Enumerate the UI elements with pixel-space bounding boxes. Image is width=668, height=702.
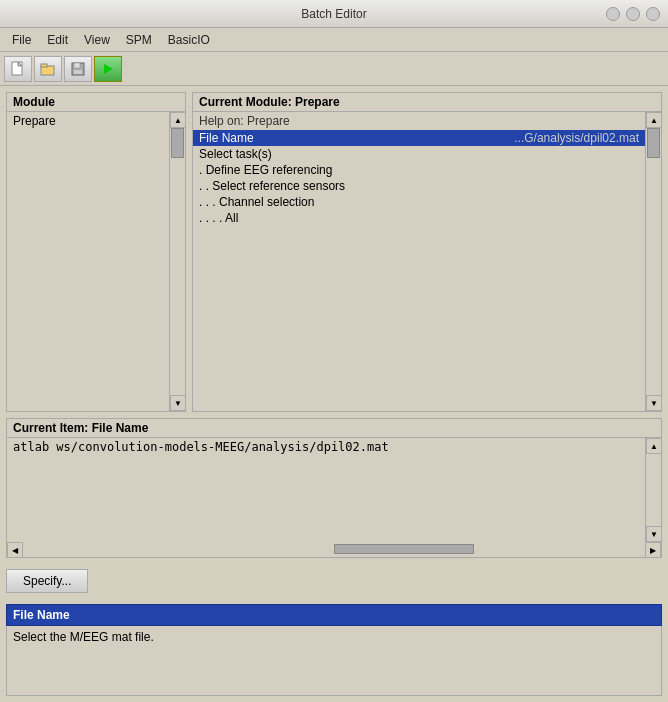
bottom-section: File Name Select the M/EEG mat file.: [6, 604, 662, 696]
ci-vscroll-down[interactable]: ▼: [646, 526, 662, 542]
ci-hscroll-right[interactable]: ▶: [645, 542, 661, 558]
menu-edit[interactable]: Edit: [39, 31, 76, 49]
minimize-button[interactable]: [606, 7, 620, 21]
vscroll-track: [170, 128, 185, 395]
svg-rect-5: [74, 63, 80, 68]
module-panel-vscroll[interactable]: ▲ ▼: [169, 112, 185, 411]
cm-row-select-ref[interactable]: . . Select reference sensors: [193, 178, 645, 194]
window-controls: [606, 7, 660, 21]
cm-row-channel[interactable]: . . . Channel selection: [193, 194, 645, 210]
ci-vscroll-track: [646, 454, 661, 526]
current-item-inner: atlab ws/convolution-models-MEEG/analysi…: [7, 438, 645, 542]
svg-marker-7: [104, 64, 113, 74]
cm-row-all[interactable]: . . . . All: [193, 210, 645, 226]
module-panel-content[interactable]: Prepare ▲ ▼: [6, 111, 186, 412]
current-module-content[interactable]: Help on: Prepare File Name ...G/analysis…: [192, 111, 662, 412]
ci-hscroll-thumb[interactable]: [334, 544, 474, 554]
current-item-header: Current Item: File Name: [6, 418, 662, 437]
specify-row: Specify...: [6, 564, 662, 598]
close-button[interactable]: [646, 7, 660, 21]
cm-help-text: Help on: Prepare: [193, 112, 645, 130]
run-button[interactable]: [94, 56, 122, 82]
module-list: Prepare: [7, 112, 169, 411]
vscroll-up-arrow[interactable]: ▲: [170, 112, 186, 128]
save-button[interactable]: [64, 56, 92, 82]
menu-bar: File Edit View SPM BasicIO: [0, 28, 668, 52]
cm-row-define-eeg[interactable]: . Define EEG referencing: [193, 162, 645, 178]
cm-panel-vscroll[interactable]: ▲ ▼: [645, 112, 661, 411]
module-panel-header: Module: [6, 92, 186, 111]
title-bar: Batch Editor: [0, 0, 668, 28]
cm-vscroll-thumb[interactable]: [647, 128, 660, 158]
menu-spm[interactable]: SPM: [118, 31, 160, 49]
menu-basicio[interactable]: BasicIO: [160, 31, 218, 49]
module-item-prepare[interactable]: Prepare: [7, 112, 169, 130]
maximize-button[interactable]: [626, 7, 640, 21]
module-panel: Module Prepare ▲ ▼: [6, 92, 186, 412]
current-module-panel: Current Module: Prepare Help on: Prepare…: [192, 92, 662, 412]
open-button[interactable]: [34, 56, 62, 82]
menu-file[interactable]: File: [4, 31, 39, 49]
ci-hscroll-left[interactable]: ◀: [7, 542, 23, 558]
specify-button[interactable]: Specify...: [6, 569, 88, 593]
cm-row-filename[interactable]: File Name ...G/analysis/dpil02.mat: [193, 130, 645, 146]
cm-vscroll-down-arrow[interactable]: ▼: [646, 395, 662, 411]
bottom-panel-content: Select the M/EEG mat file.: [6, 626, 662, 696]
new-button[interactable]: [4, 56, 32, 82]
window-title: Batch Editor: [301, 7, 366, 21]
ci-vscroll[interactable]: ▲ ▼: [645, 438, 661, 542]
cm-vscroll-track: [646, 128, 661, 395]
svg-rect-3: [41, 64, 47, 67]
cm-row-selecttasks[interactable]: Select task(s): [193, 146, 645, 162]
bottom-panel-text: Select the M/EEG mat file.: [13, 630, 154, 644]
vscroll-thumb[interactable]: [171, 128, 184, 158]
svg-rect-6: [74, 70, 82, 74]
cm-row-filename-path: ...G/analysis/dpil02.mat: [514, 131, 639, 145]
cm-vscroll-up-arrow[interactable]: ▲: [646, 112, 662, 128]
ci-hscroll-track: [23, 542, 645, 557]
current-item-section: Current Item: File Name atlab ws/convolu…: [6, 418, 662, 558]
top-section: Module Prepare ▲ ▼ Current Module: Prepa…: [6, 92, 662, 412]
current-item-text: atlab ws/convolution-models-MEEG/analysi…: [7, 438, 645, 456]
bottom-panel-header: File Name: [6, 604, 662, 626]
toolbar: [0, 52, 668, 86]
current-module-header: Current Module: Prepare: [192, 92, 662, 111]
vscroll-down-arrow[interactable]: ▼: [170, 395, 186, 411]
ci-hscrollbar[interactable]: ◀ ▶: [6, 542, 662, 558]
menu-view[interactable]: View: [76, 31, 118, 49]
ci-vscroll-up[interactable]: ▲: [646, 438, 662, 454]
current-module-list: Help on: Prepare File Name ...G/analysis…: [193, 112, 645, 411]
main-area: Module Prepare ▲ ▼ Current Module: Prepa…: [0, 86, 668, 702]
